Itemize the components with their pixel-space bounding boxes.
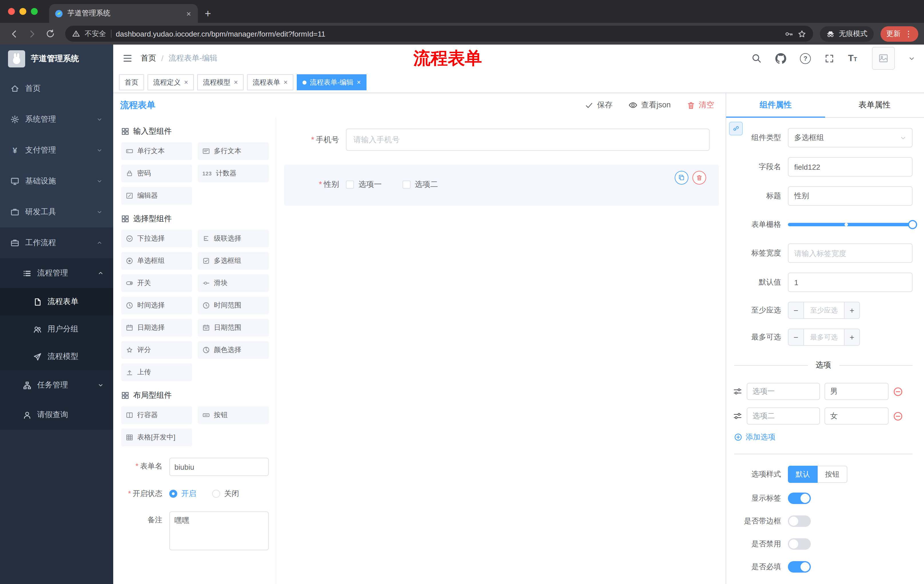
component-chip-date-range[interactable]: 日期范围 <box>198 319 269 337</box>
stepper-increase-button[interactable]: + <box>844 302 860 319</box>
avatar-dropdown-chevron-icon[interactable] <box>909 55 915 61</box>
password-key-icon[interactable] <box>784 30 793 38</box>
tag-close-icon[interactable]: × <box>284 79 288 86</box>
component-chip-switch[interactable]: 开关 <box>121 274 192 292</box>
tag-process-form[interactable]: 流程表单× <box>247 74 293 90</box>
border-toggle[interactable] <box>788 515 811 527</box>
sidebar-item-process-mgmt[interactable]: 流程管理 <box>0 258 113 288</box>
component-chip-password[interactable]: 密码 <box>121 165 192 182</box>
checkbox-option-1[interactable]: 选项一 <box>346 179 382 190</box>
option-value-input[interactable] <box>825 383 889 400</box>
sidebar-item-home[interactable]: 首页 <box>0 73 113 104</box>
tab-form-props[interactable]: 表单属性 <box>825 93 924 117</box>
default-value-input[interactable] <box>788 273 912 292</box>
drag-handle-icon[interactable] <box>733 387 742 396</box>
fullscreen-icon[interactable] <box>825 53 834 63</box>
github-icon[interactable] <box>776 53 786 64</box>
browser-update-button[interactable]: 更新 ⋮ <box>881 26 918 41</box>
drag-handle-icon[interactable] <box>733 411 742 421</box>
component-chip-radio-group[interactable]: 单选框组 <box>121 252 192 270</box>
component-chip-slider[interactable]: 滑块 <box>198 274 269 292</box>
clear-button[interactable]: 清空 <box>687 100 714 110</box>
grid-slider[interactable] <box>788 216 912 234</box>
add-option-button[interactable]: 添加选项 <box>734 432 912 442</box>
component-chip-date[interactable]: 日期选择 <box>121 319 192 337</box>
help-icon[interactable]: ? <box>800 53 811 64</box>
view-json-button[interactable]: 查看json <box>629 100 671 110</box>
stepper-decrease-button[interactable]: − <box>788 329 804 346</box>
component-chip-upload[interactable]: 上传 <box>121 364 192 381</box>
remove-option-button[interactable] <box>893 387 903 396</box>
minimize-window-button[interactable] <box>20 8 26 15</box>
checkbox-option-2[interactable]: 选项二 <box>402 179 438 190</box>
maximize-window-button[interactable] <box>31 8 38 15</box>
component-chip-time[interactable]: 时间选择 <box>121 296 192 314</box>
form-remark-textarea[interactable]: 嘿嘿 <box>169 512 269 550</box>
breadcrumb-home[interactable]: 首页 <box>141 53 156 63</box>
user-avatar[interactable] <box>872 47 895 70</box>
tab-component-props[interactable]: 组件属性 <box>726 93 825 117</box>
required-toggle[interactable] <box>788 561 811 572</box>
component-chip-select[interactable]: 下拉选择 <box>121 230 192 247</box>
copy-widget-button[interactable] <box>675 171 688 184</box>
sidebar-item-leave-query[interactable]: 请假查询 <box>0 400 113 430</box>
remove-option-button[interactable] <box>893 411 903 421</box>
option-label-input[interactable] <box>747 408 820 424</box>
component-chip-counter[interactable]: 123计数器 <box>198 165 269 182</box>
min-select-input[interactable] <box>804 302 844 319</box>
sidebar-item-user-groups[interactable]: 用户分组 <box>0 316 113 343</box>
tag-process-model[interactable]: 流程模型× <box>197 74 244 90</box>
back-button[interactable] <box>6 26 22 42</box>
component-chip-button[interactable]: 按钮 <box>198 406 269 424</box>
component-chip-color[interactable]: 颜色选择 <box>198 341 269 359</box>
tag-close-icon[interactable]: × <box>184 79 188 86</box>
sidebar-item-process-model[interactable]: 流程模型 <box>0 343 113 370</box>
sidebar-item-process-form[interactable]: 流程表单 <box>0 288 113 316</box>
sidebar-item-task-mgmt[interactable]: 任务管理 <box>0 370 113 400</box>
component-doc-link-icon[interactable] <box>729 122 743 135</box>
status-radio-on[interactable]: 开启 <box>169 489 196 499</box>
component-chip-table[interactable]: 表格[开发中] <box>121 429 192 446</box>
sidebar-item-system[interactable]: 系统管理 <box>0 104 113 135</box>
collapse-sidebar-icon[interactable] <box>122 53 133 64</box>
component-chip-single-text[interactable]: 单行文本 <box>121 142 192 160</box>
component-chip-cascader[interactable]: 级联选择 <box>198 230 269 247</box>
tag-home[interactable]: 首页 <box>119 74 144 90</box>
max-select-input[interactable] <box>804 329 844 346</box>
url-omnibox[interactable]: 不安全 dashboard.yudao.iocoder.cn/bpm/manag… <box>65 26 813 42</box>
component-chip-row-container[interactable]: 行容器 <box>121 406 192 424</box>
forward-button[interactable] <box>24 26 40 42</box>
status-radio-off[interactable]: 关闭 <box>212 489 239 499</box>
tag-process-form-edit[interactable]: 流程表单-编辑× <box>297 74 366 90</box>
tag-close-icon[interactable]: × <box>234 79 238 86</box>
font-size-icon[interactable]: TT <box>848 54 857 63</box>
form-name-input[interactable] <box>169 458 269 476</box>
stepper-decrease-button[interactable]: − <box>788 302 804 319</box>
title-input[interactable] <box>788 186 912 206</box>
field-name-input[interactable] <box>788 157 912 176</box>
new-tab-button[interactable]: + <box>205 8 211 19</box>
tag-process-def[interactable]: 流程定义× <box>147 74 194 90</box>
bookmark-star-icon[interactable] <box>798 30 806 38</box>
component-type-select[interactable]: 多选框组 <box>788 128 912 147</box>
search-icon[interactable] <box>751 53 762 63</box>
reload-button[interactable] <box>42 26 58 42</box>
label-width-input[interactable] <box>788 243 912 263</box>
sidebar-item-infra[interactable]: 基础设施 <box>0 166 113 197</box>
disabled-toggle[interactable] <box>788 538 811 550</box>
component-chip-editor[interactable]: 编辑器 <box>121 187 192 204</box>
sidebar-item-payment[interactable]: ¥ 支付管理 <box>0 135 113 166</box>
style-default-button[interactable]: 默认 <box>788 466 818 483</box>
save-button[interactable]: 保存 <box>585 100 612 110</box>
phone-input[interactable] <box>346 128 710 151</box>
style-button-button[interactable]: 按钮 <box>818 466 847 483</box>
component-chip-rate[interactable]: 评分 <box>121 341 192 359</box>
component-chip-textarea[interactable]: 多行文本 <box>198 142 269 160</box>
browser-menu-icon[interactable]: ⋮ <box>904 29 912 38</box>
component-chip-time-range[interactable]: 时间范围 <box>198 296 269 314</box>
close-window-button[interactable] <box>8 8 15 15</box>
browser-tab[interactable]: 芋道管理系统 × <box>49 4 198 23</box>
tag-close-icon[interactable]: × <box>357 79 361 86</box>
option-label-input[interactable] <box>747 383 820 400</box>
sidebar-item-workflow[interactable]: 工作流程 <box>0 227 113 258</box>
